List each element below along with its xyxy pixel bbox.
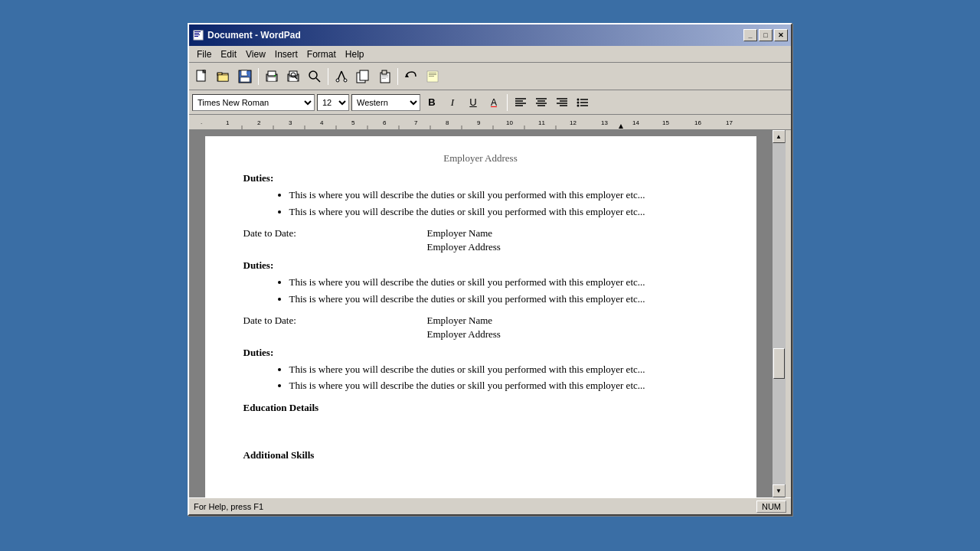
bullets-button[interactable] xyxy=(573,94,592,111)
bold-button[interactable]: B xyxy=(423,94,441,111)
svg-rect-31 xyxy=(360,70,368,80)
svg-text:15: 15 xyxy=(662,119,669,126)
print-button[interactable] xyxy=(262,67,282,86)
num-indicator: NUM xyxy=(756,500,786,513)
svg-rect-10 xyxy=(218,75,228,81)
bullet-item: This is where you will describe the duti… xyxy=(289,188,718,202)
ruler-content: · 1 2 3 4 5 6 7 8 9 10 11 12 13 14 15 xyxy=(191,115,789,130)
bullet-list-2: This is where you will describe the duti… xyxy=(243,276,718,305)
svg-text:·: · xyxy=(201,120,202,127)
align-center-button[interactable] xyxy=(532,94,550,111)
bullet-item: This is where you will describe the duti… xyxy=(289,276,718,289)
doc-section-1: Duties: This is where you will describe … xyxy=(243,171,718,219)
svg-rect-35 xyxy=(382,77,388,77)
underline-button[interactable]: U xyxy=(464,94,482,111)
size-select[interactable]: 12 xyxy=(317,94,349,111)
svg-text:10: 10 xyxy=(506,119,513,126)
svg-rect-1 xyxy=(194,31,201,32)
field-row-2: Date to Date: Employer Name Employer Add… xyxy=(243,227,718,254)
main-toolbar xyxy=(189,63,791,90)
print-preview-button[interactable] xyxy=(283,67,303,86)
svg-rect-4 xyxy=(194,36,198,37)
references-label: References xyxy=(243,496,718,497)
align-left-button[interactable] xyxy=(511,94,530,111)
scroll-up-button[interactable]: ▲ xyxy=(773,130,786,143)
maximize-button[interactable]: □ xyxy=(759,29,773,41)
svg-rect-36 xyxy=(382,78,386,79)
align-right-button[interactable] xyxy=(553,94,571,111)
doc-page: Employer Address Duties: This is where y… xyxy=(205,136,756,497)
doc-container: Employer Address Duties: This is where y… xyxy=(189,130,791,497)
undo-button[interactable] xyxy=(401,67,421,86)
svg-text:1: 1 xyxy=(226,119,230,126)
find-button[interactable] xyxy=(305,67,325,86)
svg-point-54 xyxy=(577,98,580,100)
redo-button[interactable] xyxy=(423,67,443,86)
bullet-item: This is where you will describe the duti… xyxy=(289,292,718,306)
employer-address-3: Employer Address xyxy=(427,328,718,341)
scroll-thumb[interactable] xyxy=(773,348,785,379)
status-help-text: For Help, press F1 xyxy=(194,502,756,511)
bullet-list-3: This is where you will describe the duti… xyxy=(243,363,718,393)
close-button[interactable]: ✕ xyxy=(774,29,788,41)
format-toolbar: Times New Roman 12 Western B I U A xyxy=(189,90,791,115)
svg-rect-60 xyxy=(199,115,781,130)
menubar: File Edit View Insert Format Help xyxy=(189,46,791,63)
svg-line-25 xyxy=(316,78,320,82)
svg-rect-3 xyxy=(194,34,200,35)
paste-button[interactable] xyxy=(374,67,394,86)
svg-rect-40 xyxy=(429,74,436,75)
menu-help[interactable]: Help xyxy=(341,47,369,61)
employer-info-3: Employer Name Employer Address xyxy=(427,314,718,341)
svg-rect-33 xyxy=(382,70,387,74)
bullet-item: This is where you will describe the duti… xyxy=(289,205,718,219)
status-right: NUM xyxy=(756,500,786,513)
svg-text:14: 14 xyxy=(632,119,639,126)
side-resize-handle[interactable] xyxy=(785,130,791,497)
svg-text:8: 8 xyxy=(446,119,449,126)
menu-insert[interactable]: Insert xyxy=(270,47,302,61)
open-button[interactable] xyxy=(214,67,234,86)
svg-rect-2 xyxy=(194,33,199,34)
italic-button[interactable]: I xyxy=(443,94,462,111)
doc-section-2: Date to Date: Employer Name Employer Add… xyxy=(243,227,718,306)
minimize-button[interactable]: _ xyxy=(743,29,757,41)
new-button[interactable] xyxy=(192,67,212,86)
color-button[interactable]: A xyxy=(485,94,503,111)
svg-rect-39 xyxy=(429,73,436,73)
toolbar-sep-3 xyxy=(397,68,398,85)
statusbar: For Help, press F1 NUM xyxy=(189,497,791,514)
titlebar: Document - WordPad _ □ ✕ xyxy=(189,24,791,46)
svg-rect-13 xyxy=(240,77,250,82)
partial-employer-address: Employer Address xyxy=(243,152,718,165)
cut-button[interactable] xyxy=(332,67,351,86)
ruler: · 1 2 3 4 5 6 7 8 9 10 11 12 13 14 15 xyxy=(189,115,791,130)
svg-rect-17 xyxy=(268,71,276,76)
education-label: Education Details xyxy=(243,401,718,415)
copy-button[interactable] xyxy=(353,67,373,86)
svg-rect-41 xyxy=(429,76,434,77)
doc-scroll-area[interactable]: Employer Address Duties: This is where y… xyxy=(189,130,772,497)
save-button[interactable] xyxy=(235,67,255,86)
education-section: Education Details xyxy=(243,401,718,441)
window: Document - WordPad _ □ ✕ File Edit View … xyxy=(188,23,792,516)
toolbar-sep-2 xyxy=(328,68,328,85)
titlebar-buttons: _ □ ✕ xyxy=(743,29,788,41)
employer-name-2: Employer Name xyxy=(427,227,718,240)
font-select[interactable]: Times New Roman xyxy=(192,94,315,111)
menu-view[interactable]: View xyxy=(241,47,270,61)
svg-point-18 xyxy=(274,75,276,77)
menu-file[interactable]: File xyxy=(192,47,216,61)
svg-rect-9 xyxy=(217,73,222,75)
menu-edit[interactable]: Edit xyxy=(216,47,241,61)
svg-point-58 xyxy=(577,104,580,106)
menu-format[interactable]: Format xyxy=(302,47,341,61)
employer-address-2: Employer Address xyxy=(427,240,718,254)
bullet-list-1: This is where you will describe the duti… xyxy=(243,188,718,218)
date-field-3: Date to Date: xyxy=(243,314,427,341)
svg-text:4: 4 xyxy=(320,119,324,126)
svg-point-29 xyxy=(344,79,347,82)
script-select[interactable]: Western xyxy=(351,94,420,111)
scroll-down-button[interactable]: ▼ xyxy=(773,484,786,497)
skills-section: Additional Skills xyxy=(243,448,718,488)
